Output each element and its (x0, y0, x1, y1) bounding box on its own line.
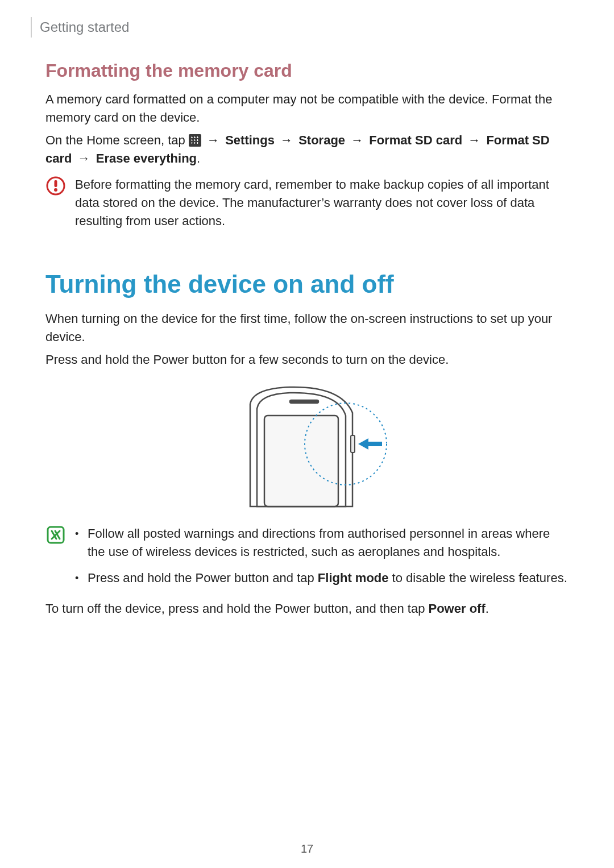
page-number: 17 (0, 842, 614, 855)
p3-bold: Power off (429, 601, 486, 616)
apps-grid-icon (189, 134, 201, 147)
arrow-icon: → (277, 133, 296, 147)
svg-rect-1 (55, 180, 57, 187)
note-callout: Follow all posted warnings and direction… (45, 525, 569, 595)
power-button-illustration (45, 381, 569, 512)
nav-erase: Erase everything (96, 151, 197, 165)
caution-icon (45, 176, 66, 230)
nav-intro: On the Home screen, tap (45, 133, 189, 147)
page: Getting started Formatting the memory ca… (0, 0, 614, 868)
section-title: Getting started (31, 17, 569, 38)
arrow-icon: → (204, 133, 223, 147)
arrow-icon: → (464, 133, 484, 147)
header-section: Getting started (45, 17, 569, 38)
svg-point-2 (54, 188, 57, 192)
nav-period: . (197, 151, 200, 165)
svg-rect-3 (264, 416, 338, 506)
turning-paragraph-3: To turn off the device, press and hold t… (45, 600, 569, 618)
svg-rect-4 (290, 400, 318, 403)
caution-callout: Before formatting the memory card, remem… (45, 176, 569, 230)
turning-heading: Turning the device on and off (45, 270, 569, 298)
note-icon (45, 525, 66, 595)
svg-rect-6 (351, 435, 355, 452)
note-bullet-2-a: Press and hold the Power button and tap (88, 571, 318, 585)
turning-paragraph-2: Press and hold the Power button for a fe… (45, 351, 569, 369)
nav-format-sd-1: Format SD card (369, 133, 462, 147)
note-bullet-2-bold: Flight mode (318, 571, 389, 585)
arrow-icon: → (347, 133, 367, 147)
nav-storage: Storage (298, 133, 345, 147)
formatting-heading: Formatting the memory card (45, 60, 569, 81)
nav-settings: Settings (225, 133, 275, 147)
p3-b: . (486, 601, 489, 616)
svg-marker-7 (358, 438, 382, 450)
arrow-icon: → (74, 151, 93, 165)
note-list: Follow all posted warnings and direction… (75, 525, 569, 595)
note-bullet-1: Follow all posted warnings and direction… (75, 525, 569, 561)
body-content: Formatting the memory card A memory card… (45, 60, 569, 618)
formatting-navigation-path: On the Home screen, tap → Settings → Sto… (45, 131, 569, 168)
turning-paragraph-1: When turning on the device for the first… (45, 310, 569, 346)
p3-a: To turn off the device, press and hold t… (45, 601, 429, 616)
formatting-paragraph-1: A memory card formatted on a computer ma… (45, 90, 569, 127)
caution-text: Before formatting the memory card, remem… (75, 176, 569, 230)
note-bullet-2-b: to disable the wireless features. (389, 571, 567, 585)
note-bullet-2: Press and hold the Power button and tap … (75, 569, 569, 587)
